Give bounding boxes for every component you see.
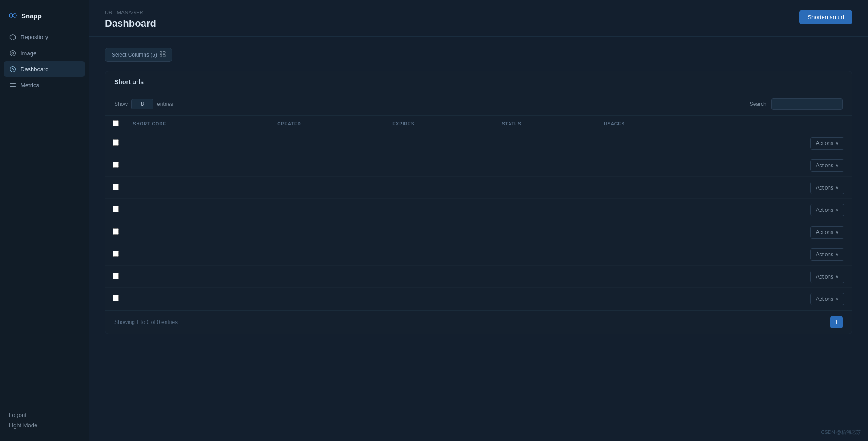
- actions-button[interactable]: Actions ∨: [810, 226, 844, 239]
- row-checkbox[interactable]: [113, 251, 119, 257]
- search-label: Search:: [750, 101, 768, 107]
- actions-button[interactable]: Actions ∨: [810, 293, 844, 305]
- sidebar-item-repository[interactable]: Repository: [4, 29, 85, 45]
- pagination: 1: [830, 316, 843, 328]
- row-short-code: [126, 288, 270, 310]
- light-mode-button[interactable]: Light Mode: [9, 422, 80, 429]
- table-body: Actions ∨ Actions ∨: [105, 132, 852, 310]
- actions-button[interactable]: Actions ∨: [810, 159, 844, 172]
- row-checkbox[interactable]: [113, 228, 119, 235]
- row-checkbox-cell: [105, 266, 126, 288]
- sidebar-item-image[interactable]: Image: [4, 45, 85, 61]
- svg-point-5: [10, 66, 15, 72]
- row-short-code: [126, 221, 270, 243]
- table-header-row: SHORT CODE CREATED EXPIRES STATUS USAGES: [105, 116, 852, 132]
- showing-text: Showing 1 to 0 of 0 entries: [114, 319, 178, 325]
- repository-icon: [9, 33, 16, 40]
- row-checkbox-cell: [105, 243, 126, 266]
- sidebar-item-label-metrics: Metrics: [20, 82, 39, 89]
- svg-rect-8: [10, 85, 16, 85]
- actions-button[interactable]: Actions ∨: [810, 271, 844, 283]
- row-checkbox[interactable]: [113, 139, 119, 146]
- header-left: URL MANAGER Dashboard: [105, 10, 156, 29]
- row-checkbox[interactable]: [113, 184, 119, 190]
- svg-rect-13: [163, 55, 166, 57]
- app-logo: Snapp: [0, 7, 89, 29]
- row-expires: [385, 132, 495, 154]
- actions-label: Actions: [816, 229, 833, 235]
- row-usages: [597, 266, 703, 288]
- actions-button[interactable]: Actions ∨: [810, 182, 844, 194]
- table-card-header: Short urls: [105, 71, 852, 93]
- sidebar-bottom: Logout Light Mode: [0, 406, 89, 434]
- row-checkbox[interactable]: [113, 162, 119, 168]
- row-created: [270, 266, 385, 288]
- row-actions-cell: Actions ∨: [704, 177, 852, 199]
- actions-label: Actions: [816, 162, 833, 169]
- page-1-button[interactable]: 1: [830, 316, 843, 328]
- row-created: [270, 199, 385, 221]
- table-row: Actions ∨: [105, 177, 852, 199]
- row-checkbox[interactable]: [113, 273, 119, 279]
- row-short-code: [126, 199, 270, 221]
- breadcrumb: URL MANAGER: [105, 10, 156, 15]
- row-actions-cell: Actions ∨: [704, 199, 852, 221]
- row-status: [495, 288, 597, 310]
- search-input[interactable]: [771, 98, 843, 110]
- chevron-down-icon: ∨: [836, 207, 839, 212]
- row-checkbox[interactable]: [113, 206, 119, 212]
- col-header-actions: [704, 116, 852, 132]
- entries-count-input[interactable]: [131, 99, 153, 109]
- row-checkbox[interactable]: [113, 295, 119, 301]
- row-usages: [597, 154, 703, 177]
- row-expires: [385, 177, 495, 199]
- chevron-down-icon: ∨: [836, 274, 839, 279]
- row-status: [495, 266, 597, 288]
- actions-button[interactable]: Actions ∨: [810, 248, 844, 261]
- select-columns-label: Select Columns (5): [112, 52, 157, 58]
- svg-rect-10: [160, 52, 162, 54]
- row-checkbox-cell: [105, 288, 126, 310]
- col-header-expires: EXPIRES: [385, 116, 495, 132]
- sidebar-item-metrics[interactable]: Metrics: [4, 77, 85, 93]
- actions-button[interactable]: Actions ∨: [810, 204, 844, 216]
- chevron-down-icon: ∨: [836, 163, 839, 168]
- table-row: Actions ∨: [105, 243, 852, 266]
- svg-point-4: [12, 52, 14, 54]
- row-actions-cell: Actions ∨: [704, 243, 852, 266]
- svg-rect-11: [163, 52, 166, 54]
- select-columns-button[interactable]: Select Columns (5): [105, 48, 172, 62]
- svg-point-6: [12, 68, 13, 70]
- row-status: [495, 132, 597, 154]
- col-header-created: CREATED: [270, 116, 385, 132]
- row-created: [270, 177, 385, 199]
- svg-rect-12: [160, 55, 162, 57]
- actions-label: Actions: [816, 251, 833, 258]
- row-created: [270, 288, 385, 310]
- row-status: [495, 199, 597, 221]
- logout-button[interactable]: Logout: [9, 412, 80, 418]
- select-all-checkbox[interactable]: [113, 120, 119, 126]
- row-actions-cell: Actions ∨: [704, 266, 852, 288]
- sidebar-item-dashboard[interactable]: Dashboard: [4, 61, 85, 77]
- sidebar: Snapp Repository Image: [0, 0, 89, 441]
- watermark: CSDN @杨浦老苏: [821, 429, 861, 436]
- row-short-code: [126, 243, 270, 266]
- row-usages: [597, 288, 703, 310]
- actions-label: Actions: [816, 296, 833, 302]
- row-created: [270, 154, 385, 177]
- row-created: [270, 132, 385, 154]
- row-status: [495, 221, 597, 243]
- svg-point-1: [13, 14, 16, 17]
- chevron-down-icon: ∨: [836, 185, 839, 190]
- main-content: URL MANAGER Dashboard Shorten an url Sel…: [89, 0, 868, 441]
- dashboard-icon: [9, 65, 16, 73]
- actions-button[interactable]: Actions ∨: [810, 137, 844, 150]
- row-expires: [385, 221, 495, 243]
- row-checkbox-cell: [105, 132, 126, 154]
- table-controls: Show entries Search:: [105, 93, 852, 116]
- columns-grid-icon: [160, 51, 166, 58]
- row-checkbox-cell: [105, 177, 126, 199]
- image-icon: [9, 49, 16, 57]
- shorten-url-button[interactable]: Shorten an url: [799, 10, 852, 24]
